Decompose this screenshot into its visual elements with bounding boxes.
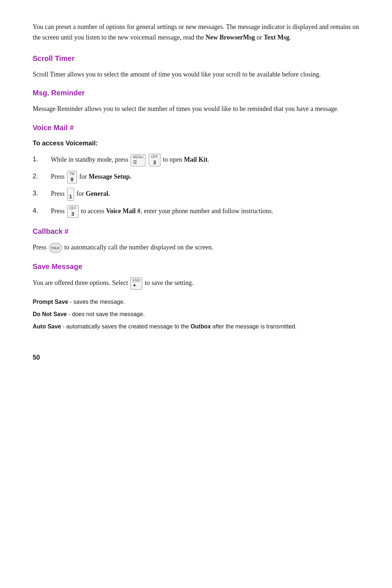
intro-bold1: New BrowserMsg <box>205 34 255 41</box>
step-4-text-pre: Press <box>51 207 66 214</box>
msg-reminder-body: Message Reminder allows you to select th… <box>33 104 359 114</box>
callback-text-pre: Press <box>33 244 48 251</box>
step-2-text-pre: Press <box>51 173 66 180</box>
intro-end: . <box>289 34 291 41</box>
step-3-content: Press 1 for General. <box>51 188 359 200</box>
save-message-text-post: to save the setting. <box>145 279 193 286</box>
prompt-save-label: Prompt Save <box>33 299 68 305</box>
voice-mail-steps: 1. While in standby mode, press MENU ☰ O… <box>33 154 359 218</box>
step-2-num: 2. <box>33 171 51 182</box>
auto-save-line: Auto Save - automatically saves the crea… <box>33 322 359 331</box>
callback-heading: Callback # <box>33 226 359 237</box>
step-2-text-post: for Message Setup. <box>79 173 132 180</box>
msg-reminder-heading: Msg. Reminder <box>33 87 359 99</box>
3off-key-2: OFF 3 <box>67 205 79 218</box>
menu-key: MENU ☰ <box>131 154 146 166</box>
voice-mail-subheading: To access Voicemail: <box>33 138 359 149</box>
voice-mail-heading: Voice Mail # <box>33 122 359 133</box>
step-3-text-post: for General. <box>77 190 110 197</box>
step-4-num: 4. <box>33 205 51 216</box>
8tw-key: TW 8 <box>67 171 77 183</box>
page-number: 50 <box>33 353 359 363</box>
step-2-content: Press TW 8 for Message Setup. <box>51 171 359 183</box>
intro-text-start: You can preset a number of options for g… <box>33 23 359 41</box>
1-key: 1 <box>67 188 74 200</box>
auto-save-desc-pre: - automatically saves the created messag… <box>61 323 191 330</box>
step-4: 4. Press OFF 3 to access Voice Mail #, e… <box>33 205 359 218</box>
save-message-heading: Save Message <box>33 261 359 272</box>
step-3: 3. Press 1 for General. <box>33 188 359 200</box>
auto-save-desc-post: after the message is transmitted. <box>211 323 297 330</box>
step-1-text-post: to open Mail Kit. <box>163 156 209 163</box>
do-not-save-line: Do Not Save - does not save the message. <box>33 310 359 319</box>
talk-button-icon: TALK <box>49 243 62 253</box>
step-2: 2. Press TW 8 for Message Setup. <box>33 171 359 183</box>
save-message-text-pre: You are offered three options. Select <box>33 279 130 286</box>
callback-body: Press TALK to automatically call the num… <box>33 242 359 253</box>
do-not-save-label: Do Not Save <box>33 311 67 317</box>
step-1-text-pre: While in standby mode, press <box>51 156 130 163</box>
auto-save-label: Auto Save <box>33 323 61 330</box>
step-3-text-pre: Press <box>51 190 66 197</box>
step-4-content: Press OFF 3 to access Voice Mail #, ente… <box>51 205 359 218</box>
callback-text-post: to automatically call the number display… <box>64 244 213 251</box>
prompt-save-desc: - saves the message. <box>68 299 125 305</box>
step-3-num: 3. <box>33 188 51 199</box>
step-4-text-post: to access Voice Mail #, enter your phone… <box>81 207 273 214</box>
prompt-save-line: Prompt Save - saves the message. <box>33 298 359 306</box>
scroll-timer-body: Scroll Timer allows you to select the am… <box>33 69 359 80</box>
save-message-body: You are offered three options. Select EN… <box>33 277 359 290</box>
3off-key-1: OFF 3 <box>149 154 160 166</box>
auto-save-outbox: Outbox <box>191 323 211 330</box>
intro-mid: or <box>255 34 264 41</box>
step-1-content: While in standby mode, press MENU ☰ OFF … <box>51 154 359 166</box>
step-1-num: 1. <box>33 154 51 165</box>
intro-bold2: Text Msg <box>264 34 290 41</box>
save-key-icon: END ✦ <box>130 277 142 290</box>
scroll-timer-heading: Scroll Timer <box>33 53 359 64</box>
do-not-save-desc: - does not save the message. <box>67 311 144 317</box>
step-1: 1. While in standby mode, press MENU ☰ O… <box>33 154 359 166</box>
intro-paragraph: You can preset a number of options for g… <box>33 22 359 43</box>
